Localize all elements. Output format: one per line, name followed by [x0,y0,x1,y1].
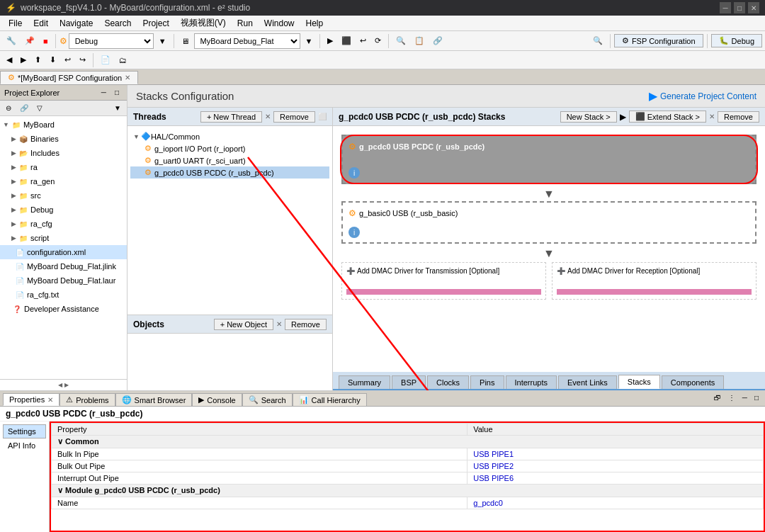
tb2-btn5[interactable]: ↩ [61,52,74,69]
basic-stack-box[interactable]: ⚙ g_basic0 USB (r_usb_basic) i [341,201,756,244]
toolbar-stop[interactable]: ■ [40,33,52,50]
tree-item-binaries[interactable]: ▶ 📦 Binaries [0,132,127,146]
toolbar-btn-run3[interactable]: ↩ [356,33,370,50]
object-remove-btn[interactable]: Remove [285,319,327,330]
tree-item-myboard[interactable]: ▼ 📁 MyBoard [0,118,127,132]
menu-run[interactable]: Run [232,17,259,30]
tb2-btn8[interactable]: 🗂 [115,52,130,69]
search-tab[interactable]: 🔍 Search [242,393,293,406]
new-thread-btn[interactable]: + New Thread [200,111,262,123]
toolbar-btn-misc1[interactable]: 🔍 [392,33,409,50]
close-button[interactable]: ✕ [748,2,759,13]
tree-item-ra-cfg[interactable]: ▶ 📁 ra_cfg [0,217,127,231]
tab-stacks[interactable]: Stacks [618,375,660,389]
tb2-btn4[interactable]: ⬇ [46,52,60,69]
tree-item-developer-assistance[interactable]: ❓ Developer Assistance [0,302,127,316]
board-config-select[interactable]: MyBoard Debug_Flat [194,33,300,49]
menu-help[interactable]: Help [300,17,329,30]
tree-item-src[interactable]: ▶ 📁 src [0,188,127,203]
tree-item-ra-gen[interactable]: ▶ 📁 ra_gen [0,174,127,188]
maximize-button[interactable]: □ [734,2,745,13]
menu-file[interactable]: File [3,17,28,30]
minimize-button[interactable]: ─ [720,2,731,13]
props-maximize-btn[interactable]: □ [751,389,762,406]
tree-item-laur[interactable]: 📄 MyBoard Debug_Flat.laur [0,273,127,288]
props-menu-btn[interactable]: ⋮ [725,389,739,406]
tree-item-includes[interactable]: ▶ 📂 Includes [0,146,127,160]
pcdc-stack-box[interactable]: ⚙ g_pcdc0 USB PCDC (r_usb_pcdc) i [341,135,756,184]
menu-project[interactable]: Project [137,17,174,30]
generate-project-btn[interactable]: ▶ Generate Project Content [649,89,756,103]
toolbar-btn-misc2[interactable]: 📋 [411,33,428,50]
debug-config-select[interactable]: Debug [69,33,154,49]
explorer-minimize-btn[interactable]: ─ [98,87,110,98]
thread-uart[interactable]: ⚙ g_uart0 UART (r_sci_uart) [130,154,329,166]
menu-search[interactable]: Search [98,17,137,30]
search-btn[interactable]: 🔍 [589,33,606,50]
tree-item-ra[interactable]: ▶ 📁 ra [0,160,127,174]
thread-ioport[interactable]: ⚙ g_ioport I/O Port (r_ioport) [130,142,329,154]
tab-interrupts[interactable]: Interrupts [506,375,557,389]
fsp-config-editor-tab[interactable]: ⚙ *[MyBoard] FSP Configuration ✕ [0,71,138,84]
fsp-tab-close[interactable]: ✕ [125,74,130,81]
props-row-name[interactable]: Name g_pcdc0 [52,497,764,509]
toolbar-btn-misc3[interactable]: 🔗 [429,33,446,50]
stacks-remove-btn[interactable]: Remove [718,111,759,123]
dmac-tx-box[interactable]: ➕ Add DMAC Driver for Transmission [Opti… [341,262,546,300]
tab-bsp[interactable]: BSP [392,375,426,389]
tree-item-ra-cfg-txt[interactable]: 📄 ra_cfg.txt [0,288,127,302]
tab-clocks[interactable]: Clocks [427,375,469,389]
explorer-collapse-btn[interactable]: ⊖ [2,102,15,115]
settings-sidebar-item[interactable]: Settings [3,424,46,438]
toolbar-btn-run4[interactable]: ⟳ [371,33,385,50]
properties-tab-close[interactable]: ✕ [47,396,53,404]
tb2-btn7[interactable]: 📄 [97,52,114,69]
dmac-rx-box[interactable]: ➕ Add DMAC Driver for Reception [Optiona… [552,262,756,300]
board-config-btn[interactable]: ▼ [302,33,317,50]
new-stack-btn[interactable]: New Stack > [560,111,617,123]
explorer-maximize-btn[interactable]: □ [111,87,123,98]
props-row-bulk-in[interactable]: Bulk In Pipe USB PIPE1 [52,448,764,460]
props-row-bulk-out[interactable]: Bulk Out Pipe USB PIPE2 [52,460,764,472]
call-hierarchy-tab[interactable]: 📊 Call Hierarchy [293,393,367,406]
debug-tab-btn[interactable]: 🐛 Debug [711,34,762,47]
explorer-link-btn[interactable]: 🔗 [16,102,32,115]
explorer-filter-btn[interactable]: ▽ [33,102,46,115]
tb2-btn6[interactable]: ↪ [76,52,89,69]
menu-navigate[interactable]: Navigate [54,17,98,30]
menu-edit[interactable]: Edit [28,17,54,30]
tab-summary[interactable]: Summary [339,375,390,389]
explorer-view-menu-btn[interactable]: ▼ [110,102,125,115]
menu-window[interactable]: Window [259,17,300,30]
thread-remove-btn[interactable]: Remove [273,111,315,123]
properties-tab[interactable]: Properties ✕ [3,393,60,406]
tb2-btn1[interactable]: ◀ [3,52,16,69]
api-info-sidebar-item[interactable]: API Info [3,438,46,453]
tab-components[interactable]: Components [662,375,724,389]
tb2-btn2[interactable]: ▶ [17,52,30,69]
toolbar-btn-1[interactable]: 🔧 [3,33,20,50]
thread-pcdc[interactable]: ⚙ g_pcdc0 USB PCDC (r_usb_pcdc) [130,166,329,179]
menu-view[interactable]: 视频视图(V) [175,16,232,30]
toolbar-btn-2[interactable]: 📌 [21,33,38,50]
props-minimize-btn[interactable]: 🗗 [710,389,725,406]
props-row-interrupt-out[interactable]: Interrupt Out Pipe USB PIPE6 [52,472,764,485]
tb2-btn3[interactable]: ⬆ [31,52,45,69]
tab-pins[interactable]: Pins [470,375,504,389]
tree-item-configuration-xml[interactable]: 📄 configuration.xml [0,245,127,259]
new-object-btn[interactable]: + New Object [214,319,273,330]
fsp-config-tab-btn[interactable]: ⚙ FSP Configuration [614,34,703,47]
props-close-btn[interactable]: ─ [739,389,751,406]
toolbar-btn-run2[interactable]: ⬛ [338,33,355,50]
tree-item-script[interactable]: ▶ 📁 script [0,231,127,245]
tab-event-links[interactable]: Event Links [558,375,617,389]
problems-tab[interactable]: ⚠ Problems [60,393,115,406]
tree-item-debug[interactable]: ▶ 📁 Debug [0,203,127,217]
toolbar-btn-run1[interactable]: ▶ [324,33,336,50]
smart-browser-tab[interactable]: 🌐 Smart Browser [115,393,193,406]
hal-common-header[interactable]: ▼ 🔷 HAL/Common [130,130,329,142]
tree-item-jlink[interactable]: 📄 MyBoard Debug_Flat.jlink [0,259,127,273]
console-tab[interactable]: ▶ Console [192,393,242,406]
debug-config-btn[interactable]: ▼ [155,33,170,50]
extend-stack-btn[interactable]: ⬛ Extend Stack > [629,111,706,123]
